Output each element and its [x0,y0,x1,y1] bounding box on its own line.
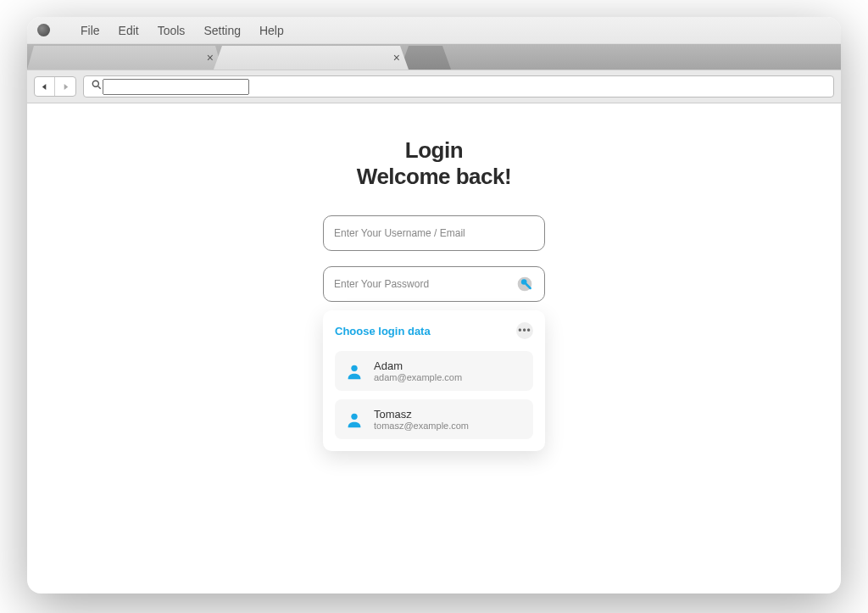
menu-edit[interactable]: Edit [119,24,139,37]
browser-window: File Edit Tools Setting Help × × [27,17,841,593]
close-icon[interactable]: × [207,51,214,64]
svg-point-2 [92,81,98,86]
address-bar[interactable] [83,75,834,98]
back-button[interactable] [35,77,55,96]
login-subtitle: Welcome back! [357,164,511,190]
autofill-text: Tomasz tomasz@example.com [374,408,469,431]
svg-point-7 [351,413,357,419]
autofill-title: Choose login data [335,325,431,337]
user-icon [345,362,364,381]
password-input[interactable] [334,278,515,290]
nav-buttons [34,76,76,97]
autofill-name: Tomasz [374,408,469,421]
menu-help[interactable]: Help [259,24,284,37]
svg-marker-0 [42,83,47,89]
autofill-email: tomasz@example.com [374,421,469,431]
search-icon [91,79,103,94]
login-title: Login [357,137,511,164]
username-field-wrap [323,215,545,251]
more-options-button[interactable]: ••• [516,322,533,339]
address-input[interactable] [103,79,249,95]
password-field-wrap [323,266,545,302]
user-icon [345,410,364,429]
ellipsis-icon: ••• [518,325,531,337]
autofill-item-adam[interactable]: Adam adam@example.com [335,351,533,391]
menubar: File Edit Tools Setting Help [27,17,841,44]
menu-file[interactable]: File [81,24,100,37]
login-form: Choose login data ••• Adam adam@example.… [323,215,545,451]
toolbar [27,70,841,103]
window-close-dot[interactable] [37,24,50,36]
toggle-password-icon[interactable] [515,275,534,293]
browser-tab-2-active[interactable]: × [214,46,409,70]
new-tab-stub[interactable] [400,46,451,70]
autofill-header: Choose login data ••• [335,322,533,339]
svg-point-6 [351,365,357,371]
username-input[interactable] [334,227,534,239]
browser-tab-1[interactable]: × [27,46,222,70]
autofill-text: Adam adam@example.com [374,359,462,382]
autofill-name: Adam [374,359,462,372]
forward-button[interactable] [55,77,75,96]
menu-tools[interactable]: Tools [158,24,186,37]
autofill-item-tomasz[interactable]: Tomasz tomasz@example.com [335,399,533,439]
svg-marker-1 [64,83,68,89]
login-heading: Login Welcome back! [357,137,511,190]
page-content: Login Welcome back! Choo [27,103,841,451]
svg-line-3 [98,86,101,89]
menu-setting[interactable]: Setting [203,24,241,37]
autofill-email: adam@example.com [374,372,462,382]
autofill-dropdown: Choose login data ••• Adam adam@example.… [323,310,545,451]
tab-strip: × × [27,44,841,70]
close-icon[interactable]: × [393,51,400,64]
